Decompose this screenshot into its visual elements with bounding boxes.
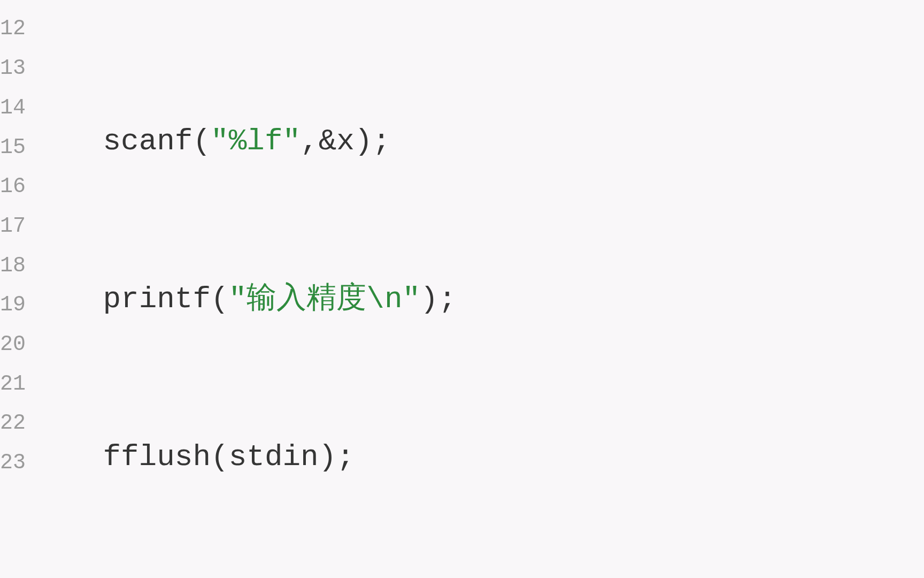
code-line[interactable]: fflush(stdin);: [31, 438, 924, 478]
line-number: 21: [0, 364, 27, 404]
line-number: 15: [0, 128, 27, 168]
code-line[interactable]: scanf("%lf",&x);: [31, 122, 924, 162]
line-number: 20: [0, 325, 27, 365]
code-editor[interactable]: 12 13 14 15 16 17 18 19 20 21 22 23 scan…: [0, 0, 924, 578]
line-number: 18: [0, 246, 27, 286]
line-number-gutter: 12 13 14 15 16 17 18 19 20 21 22 23: [0, 0, 31, 578]
line-number: 22: [0, 404, 27, 444]
line-number: 14: [0, 88, 27, 128]
line-number: 13: [0, 49, 27, 89]
line-number: 12: [0, 10, 27, 49]
code-token: scanf(: [31, 122, 211, 162]
line-number: 17: [0, 207, 27, 246]
code-line[interactable]: printf("输入精度\n");: [31, 280, 924, 320]
code-area[interactable]: scanf("%lf",&x); printf("输入精度\n"); fflus…: [31, 0, 924, 578]
line-number: 23: [0, 444, 27, 483]
code-token: );: [420, 280, 456, 320]
string-token: "%lf": [211, 122, 301, 162]
line-number: 19: [0, 286, 27, 325]
code-token: printf(: [31, 280, 229, 320]
code-token: fflush(stdin);: [31, 438, 355, 477]
string-token: "输入精度\n": [229, 280, 420, 320]
code-token: ,&x);: [301, 122, 390, 162]
line-number: 16: [0, 168, 27, 207]
